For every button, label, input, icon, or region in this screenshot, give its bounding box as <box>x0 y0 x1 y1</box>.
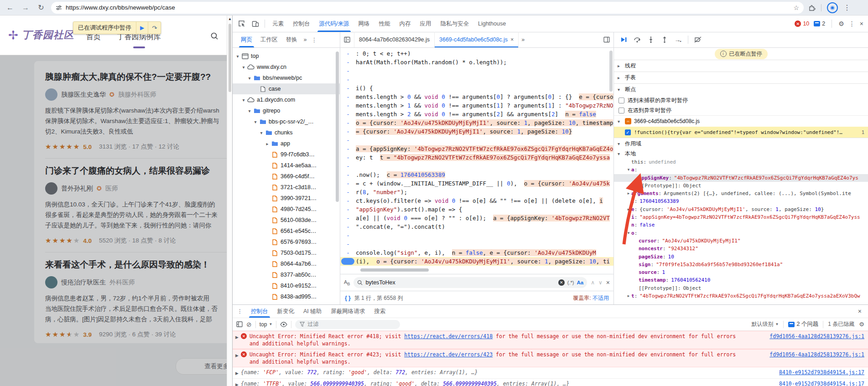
address-bar[interactable]: https://www.dxy.cn/bbs/newweb/pc/case ☆ <box>51 2 804 14</box>
more-tabs-icon[interactable]: » <box>519 32 527 47</box>
devtools-tab[interactable]: Lighthouse <box>473 15 510 32</box>
code-line[interactable]: -ments.length > 1 && void 0 !== argument… <box>340 101 613 110</box>
view-more-button[interactable]: 查看更多 > <box>176 358 227 375</box>
scope-prop-o[interactable]: ▾o: <box>614 229 868 237</box>
tree-item-bbsnewwebpc[interactable]: ▾bbs/newweb/pc <box>233 72 340 83</box>
clear-console-icon[interactable]: ⊘ <box>246 321 252 328</box>
browser-menu-icon[interactable]: ⋮ <box>843 3 850 12</box>
tree-item-8377-ab50c[interactable]: 8377-ab50c… <box>233 269 340 280</box>
source-location-link[interactable]: 8410-e9152d7938d49154.js:17 <box>779 369 864 376</box>
devtools-tab[interactable]: 网络 <box>353 15 374 32</box>
tree-item-case[interactable]: case <box>233 83 340 94</box>
tree-item-7503-0d175[interactable]: 7503-0d175… <box>233 247 340 258</box>
tree-expander[interactable]: ▸ <box>264 141 270 146</box>
context-selector[interactable]: top▼ <box>260 321 273 328</box>
tree-item-gitrepo[interactable]: ▾gitrepo <box>233 105 340 116</box>
log-level-selector[interactable]: 默认级别▼ <box>751 320 779 328</box>
code-line[interactable]: - <box>340 75 613 84</box>
scope-prop-cursor[interactable]: cursor: "AoJ4v/u475kDKDUyMjEyMjI1" <box>614 237 868 245</box>
checkbox-unchecked[interactable] <box>619 108 624 113</box>
issues-link[interactable]: 2 个问题 <box>788 320 818 328</box>
code-line[interactable]: -i() { <box>340 84 613 93</box>
console-tab[interactable]: 屏蔽网络请求 <box>326 305 369 318</box>
device-toolbar-icon[interactable] <box>249 18 262 30</box>
issues-count-badge[interactable]: 2 <box>814 21 825 27</box>
source-location-link[interactable]: fd9d1056-4aa128d258139276.js:1 <box>769 333 864 340</box>
console-message[interactable]: ▶{name: 'FCP', value: 772, rating: 'good… <box>233 367 868 379</box>
devtools-tab[interactable]: 控制台 <box>288 15 315 32</box>
tree-item-3721-c3d18[interactable]: 3721-c3d18… <box>233 182 340 193</box>
code-line[interactable]: -: 0; t < e; t++) <box>340 49 613 58</box>
code-line[interactable]: - <box>340 67 613 75</box>
toast-step-button[interactable]: ↷ <box>148 22 161 34</box>
search-input[interactable]: bytesToHex <box>365 279 555 286</box>
site-settings-icon[interactable] <box>56 5 62 11</box>
scope-prop-arguments[interactable]: ▸arguments: Arguments(2) [{…}, undefined… <box>614 190 868 197</box>
scope-prop-this[interactable]: this: undefined <box>614 158 868 166</box>
devtools-menu-icon[interactable]: ⋮ <box>849 20 855 27</box>
code-line[interactable]: -".concat(e, "=").concat(t) <box>340 222 613 231</box>
scope-prop-source[interactable]: source: 1 <box>614 268 868 276</box>
watch-section[interactable]: ▸手表 <box>614 72 868 83</box>
code-line[interactable]: -a[e] || (void 0 === o[e] ? "" : o[e]); … <box>340 214 613 222</box>
step-into-icon[interactable] <box>645 34 657 45</box>
code-line[interactable]: - <box>340 240 613 248</box>
file-tab[interactable]: 3669-c4d5fab0e6c5d08c.js × <box>435 32 519 47</box>
message-link[interactable]: https://react.dev/errors/418 <box>404 333 493 340</box>
devtools-tab[interactable]: 性能 <box>374 15 395 32</box>
scope-prop-Prototype[interactable]: [[Prototype]]: Object <box>614 182 868 190</box>
replace-toggle-icon[interactable]: AB <box>344 279 350 286</box>
source-location-link[interactable]: fd9d1056-4aa128d258139276.js:1 <box>769 351 864 358</box>
bookmark-star-icon[interactable]: ☆ <box>793 4 799 11</box>
code-line[interactable]: - <box>340 162 613 170</box>
tree-item-a1.dxycdn.com[interactable]: ▾a1.dxycdn.com <box>233 94 340 105</box>
editor-vscrollbar-thumb[interactable] <box>609 51 613 92</box>
breakpoint-checkbox[interactable]: ✓ <box>625 129 631 135</box>
console-tab[interactable]: 控制台 <box>246 305 273 318</box>
code-line[interactable]: -= {cursor: 'AoJ4v/u475kDKDUyMjEyMjI1', … <box>340 127 613 136</box>
search-clear-icon[interactable]: ✕ <box>558 279 565 286</box>
scrollbar-up-arrow[interactable]: ▲ <box>228 17 232 21</box>
tree-item-8064-4a7b6[interactable]: 8064-4a7b6… <box>233 258 340 269</box>
tree-expander[interactable]: ▾ <box>252 119 259 124</box>
match-case-toggle-icon[interactable]: Aa <box>577 280 584 285</box>
reload-icon[interactable]: ↻ <box>36 3 47 12</box>
extensions-icon[interactable] <box>808 4 816 11</box>
tree-item-4980-7d245[interactable]: 4980-7d245… <box>233 204 340 215</box>
search-close-icon[interactable]: × <box>606 279 610 286</box>
code-line[interactable]: -r(8, "number"); <box>340 188 613 196</box>
code-line[interactable]: -ments.length > 2 && void 0 !== argument… <box>340 110 613 118</box>
tree-expander[interactable]: ▾ <box>258 130 265 135</box>
tree-item-5610-083de[interactable]: 5610-083de… <box>233 215 340 226</box>
post-title[interactable]: 来看看这个手术，是什么原因导致的感染！ <box>45 259 227 271</box>
console-sidebar-icon[interactable] <box>236 321 243 327</box>
code-line[interactable]: -ments.length > 0 && void 0 !== argument… <box>340 93 613 101</box>
author-name[interactable]: 慢疮治疗耿医生 <box>61 278 106 287</box>
code-line[interactable]: -(i), o = {cursor: 'AoJ4v/u475kDKDUyMjEy… <box>340 257 613 266</box>
tree-item-1414-ae5aa[interactable]: 1414-ae5aa… <box>233 160 340 171</box>
scope-prop-c[interactable]: c: 1760410563389 <box>614 197 868 205</box>
quick-source-icon[interactable] <box>600 32 613 47</box>
breakpoint-entry[interactable]: ✓ !function(){try{var e="undefined"!=typ… <box>614 127 868 138</box>
devtools-tab[interactable]: 源代码/来源 <box>315 15 354 32</box>
tree-item-6561-e545c[interactable]: 6561-e545c… <box>233 226 340 237</box>
scope-prop-timestamp[interactable]: timestamp: 1760410562410 <box>614 276 868 284</box>
scope-prop-i[interactable]: i: "appSignKey=4bTogwpz7RzNO2VTFtW7zcfRk… <box>614 213 868 221</box>
source-location-link[interactable]: 8410-e9152d7938d49154.js:17 <box>779 380 864 386</box>
author-name[interactable]: 普外孙礼刚 <box>61 185 93 193</box>
console-message[interactable]: ▶✕Uncaught Error: Minified React error #… <box>233 349 868 367</box>
inspect-element-icon[interactable] <box>235 18 248 30</box>
scrollbar-thumb[interactable] <box>229 24 231 92</box>
tree-item-chunks[interactable]: ▾chunks <box>233 127 340 138</box>
console-tab[interactable]: AI 辅助 <box>299 305 326 318</box>
search-prev-icon[interactable]: ∧ <box>591 279 595 286</box>
eye-icon[interactable] <box>280 322 287 327</box>
error-count-badge[interactable]: ✕10 <box>795 21 809 27</box>
drawer-menu-icon[interactable]: ⋮ <box>235 308 244 314</box>
console-filter-input[interactable]: 过滤 <box>295 320 400 329</box>
step-out-icon[interactable] <box>659 34 670 45</box>
drawer-close-icon[interactable]: × <box>858 308 865 315</box>
devtools-settings-icon[interactable]: ⚙ <box>838 20 844 27</box>
tree-item-8410-e9152[interactable]: 8410-e9152… <box>233 280 340 291</box>
devtools-close-icon[interactable]: × <box>860 20 863 27</box>
